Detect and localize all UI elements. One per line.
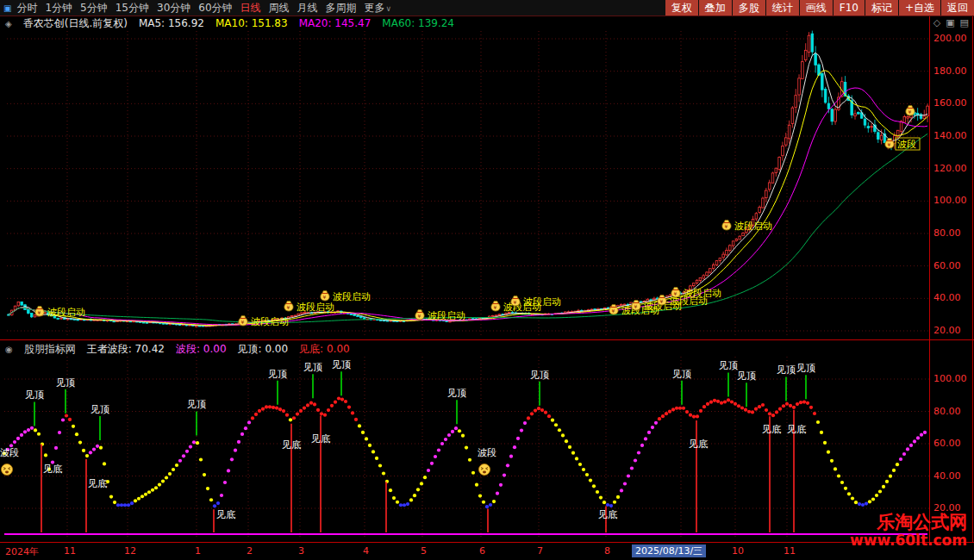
period-tab-4[interactable]: 30分钟 — [157, 2, 190, 14]
indicator-name: 股朋指标网 — [24, 342, 76, 357]
svg-text:¥: ¥ — [38, 309, 41, 315]
timeline-label-7: 5 — [421, 545, 427, 557]
period-tab-8[interactable]: 月线 — [297, 2, 318, 14]
top-signal-label: 见顶 — [777, 364, 796, 376]
toolbar-button-4[interactable]: 画线 — [800, 0, 833, 16]
indicator-field-2: 见顶: 0.00 — [238, 342, 289, 357]
svg-text:¥: ¥ — [674, 290, 677, 296]
period-tab-0[interactable]: 分时 — [16, 2, 37, 14]
indicator-collapse-icon[interactable]: ◉ — [5, 345, 13, 354]
chart-collapse-icon[interactable]: ◈ — [5, 19, 12, 28]
grid-lines — [4, 31, 929, 539]
money-bag-icon: ¥ — [239, 316, 247, 327]
wave-marker-label: 波段 — [478, 447, 496, 458]
trend-start-label: 波段启动 — [734, 221, 772, 232]
bottom-signal-label: 见底 — [216, 509, 235, 520]
top-signal-label: 见顶 — [530, 370, 549, 381]
top-signal-label: 见顶 — [91, 404, 109, 415]
toolbar-button-0[interactable]: 复权 — [665, 0, 698, 16]
trend-start-label: 波段启动 — [428, 310, 465, 321]
toolbar-button-2[interactable]: 多股 — [733, 0, 765, 16]
toolbar-button-3[interactable]: 统计 — [766, 0, 799, 16]
sad-face-icon — [2, 464, 13, 476]
ma-legend-0: MA5: 156.92 — [139, 17, 204, 29]
period-tab-1[interactable]: 1分钟 — [45, 2, 72, 14]
svg-text:¥: ¥ — [634, 303, 638, 309]
top-signal-label: 见顶 — [737, 370, 756, 382]
stock-title: 香农芯创(日线.前复权) — [23, 16, 128, 31]
top-signal-label: 见顶 — [25, 389, 44, 401]
top-signal-label: 见顶 — [332, 359, 351, 370]
bottom-signal-label: 见底 — [787, 424, 806, 435]
svg-text:¥: ¥ — [660, 298, 664, 304]
money-bag-icon: ¥ — [284, 302, 293, 312]
trend-start-label: 波段启动 — [684, 288, 721, 299]
period-tab-9[interactable]: 多周期 — [326, 2, 357, 14]
top-signal-label: 见顶 — [268, 369, 287, 380]
chart-canvas[interactable]: ¥波段启动¥波段启动¥波段启动¥波段启动¥波段启动¥波段启动¥波段启动¥波段启动… — [0, 0, 974, 560]
toolbar-button-5[interactable]: F10 — [834, 0, 865, 16]
window-icon-0[interactable]: ◇ — [933, 17, 940, 28]
top-signal-label: 见顶 — [187, 399, 206, 410]
money-bag-icon: ¥ — [671, 288, 680, 298]
period-tab-7[interactable]: 周线 — [269, 2, 290, 14]
toolbar-button-1[interactable]: 叠加 — [699, 0, 732, 16]
indicator-title-bar: ◉ 股朋指标网 王者波段: 70.42波段: 0.00见顶: 0.00见底: 0… — [5, 343, 350, 355]
period-tab-6[interactable]: 日线 — [240, 2, 261, 14]
svg-text:¥: ¥ — [725, 223, 728, 229]
indicator-tick: 80.00 — [933, 406, 961, 417]
money-bag-icon: ¥ — [658, 296, 666, 306]
toolbar-button-7[interactable]: +自选 — [899, 0, 940, 16]
bottom-signal-label: 见底 — [43, 464, 62, 475]
price-tick: 80.00 — [933, 227, 961, 239]
svg-text:¥: ¥ — [908, 109, 912, 115]
ma-legend-2: MA20: 145.47 — [299, 17, 371, 29]
timeline-label-3: 1 — [195, 545, 201, 557]
trend-start-label: 波段启动 — [523, 296, 561, 308]
main-chart-title-bar: ◈ 香农芯创(日线.前复权) MA5: 156.92MA10: 151.83MA… — [5, 17, 454, 29]
trend-start-label: 波段 — [897, 139, 916, 150]
window-icon-2[interactable]: ▤ — [960, 17, 969, 28]
timeline-label-13: 11 — [784, 545, 796, 557]
indicator-field-3: 见底: 0.00 — [299, 342, 350, 357]
top-signal-label: 见顶 — [447, 388, 466, 399]
money-bag-icon: ¥ — [906, 106, 915, 116]
trend-start-label: 波段启动 — [251, 316, 289, 327]
timeline-label-5: 3 — [298, 545, 304, 557]
period-tab-5[interactable]: 60分钟 — [198, 2, 232, 14]
period-tab-3[interactable]: 15分钟 — [116, 2, 149, 14]
sad-face-icon — [479, 464, 490, 476]
money-bag-icon: ¥ — [885, 139, 894, 149]
app-icon[interactable]: ▣ — [3, 3, 11, 13]
wave-marker-label: 波段 — [0, 447, 19, 458]
top-signal-label: 见顶 — [303, 362, 322, 373]
money-bag-icon: ¥ — [35, 307, 44, 317]
price-tick: 200.00 — [933, 33, 967, 44]
bottom-signals: 见底见底见底见底见底见底见底见底见底 — [41, 410, 806, 532]
timeline-label-0: 2024年 — [5, 545, 39, 558]
svg-text:¥: ¥ — [888, 141, 891, 147]
ma-line-20 — [9, 88, 927, 325]
bottom-signal-label: 见底 — [598, 509, 617, 520]
timeline-label-12: 10 — [732, 545, 744, 557]
money-bag-icon: ¥ — [491, 302, 500, 312]
period-tab-10[interactable]: 更多∨ — [365, 2, 392, 14]
period-tab-2[interactable]: 5分钟 — [80, 2, 108, 14]
top-menu-bar: ▣ 分时1分钟5分钟15分钟30分钟60分钟日线周线月线多周期更多∨ 复权叠加多… — [0, 0, 974, 16]
money-bag-icon: ¥ — [415, 310, 424, 320]
svg-text:¥: ¥ — [514, 299, 517, 305]
top-signal-label: 见顶 — [672, 369, 691, 380]
toolbar-button-6[interactable]: 标记 — [865, 0, 898, 16]
period-tabs: 分时1分钟5分钟15分钟30分钟60分钟日线周线月线多周期更多∨ — [16, 1, 399, 16]
top-signal-label: 见顶 — [56, 377, 75, 389]
ma-legend-1: MA10: 151.83 — [215, 17, 288, 29]
toolbar-button-8[interactable]: 返回 — [941, 0, 974, 16]
window-icons: ◇▣▤ — [933, 17, 969, 28]
timeline-label-10: 8 — [604, 545, 610, 557]
trend-start-label: 波段启动 — [297, 302, 334, 313]
window-icon-1[interactable]: ▣ — [946, 17, 954, 28]
svg-text:¥: ¥ — [323, 294, 327, 300]
ma-legend-3: MA60: 139.24 — [382, 17, 454, 29]
watermark-url: www.60lt.com — [850, 532, 967, 550]
indicator-field-1: 波段: 0.00 — [176, 342, 227, 357]
